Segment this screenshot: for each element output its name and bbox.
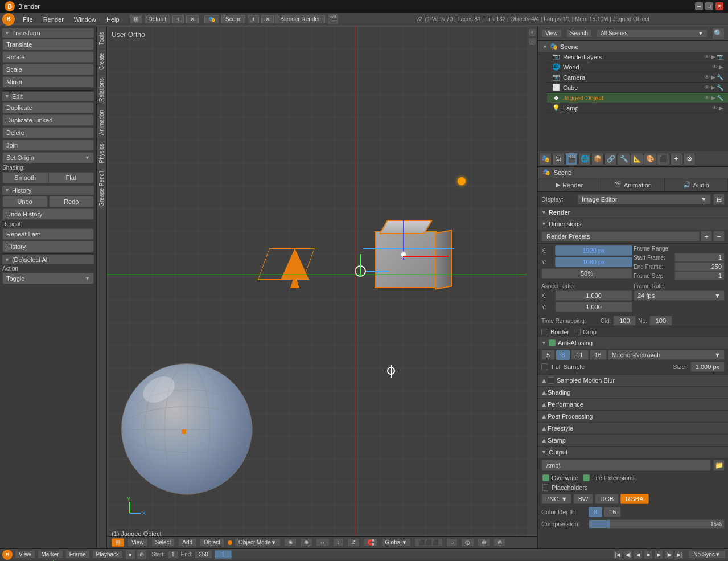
format-select[interactable]: PNG ▼ bbox=[541, 494, 571, 504]
shading-coll-header[interactable]: ▶ Shading bbox=[538, 387, 728, 398]
vp-zoom-in[interactable]: + bbox=[528, 28, 536, 36]
start-frame-value[interactable]: 1 bbox=[674, 253, 725, 262]
translate-button[interactable]: Translate bbox=[2, 39, 94, 50]
jagged-cam[interactable]: 🔧 bbox=[717, 95, 723, 101]
side-tab-animation[interactable]: Animation bbox=[97, 107, 106, 138]
props-icon-scene[interactable]: 🎭 bbox=[539, 153, 552, 165]
history-section-header[interactable]: ▼ History bbox=[2, 186, 94, 195]
vp-snap[interactable]: 🧲 bbox=[363, 538, 378, 547]
vp-select-menu[interactable]: Select bbox=[151, 538, 175, 547]
renderlayers-cam[interactable]: 📷 bbox=[717, 54, 723, 60]
camera-eye[interactable]: 👁 bbox=[704, 74, 710, 80]
history-select[interactable]: History bbox=[2, 241, 94, 252]
redo-button[interactable]: Redo bbox=[49, 196, 94, 207]
props-icon-texture[interactable]: ⬛ bbox=[657, 153, 669, 165]
minimize-button[interactable]: ─ bbox=[695, 2, 703, 10]
record-btn2[interactable]: ⊕ bbox=[137, 550, 147, 560]
render-section-title[interactable]: ▼ Render bbox=[538, 207, 728, 218]
side-tab-grease-pencil[interactable]: Grease Pencil bbox=[97, 167, 106, 210]
outliner-view-btn[interactable]: View bbox=[541, 29, 562, 38]
perf-header[interactable]: ▶ Performance bbox=[538, 399, 728, 410]
vp-pivot2[interactable]: ⊕ bbox=[300, 538, 312, 547]
vp-add-menu[interactable]: Add bbox=[178, 538, 196, 547]
output-header[interactable]: ▼ Output bbox=[538, 447, 728, 458]
outliner-search-icon[interactable]: 🔍 bbox=[712, 28, 725, 39]
scene-label[interactable]: ▼ 🎭 Scene bbox=[538, 41, 728, 52]
join-button[interactable]: Join bbox=[2, 140, 94, 151]
record-btn[interactable]: ● bbox=[125, 550, 135, 560]
res-x-value[interactable]: 1920 px bbox=[555, 245, 632, 256]
jagged-eye[interactable]: 👁 bbox=[704, 95, 710, 101]
edit-section-header[interactable]: ▼ Edit bbox=[2, 92, 94, 101]
vp-proportional[interactable]: ○ bbox=[446, 538, 458, 547]
full-sample-check[interactable] bbox=[541, 363, 548, 370]
folder-icon[interactable]: 📁 bbox=[713, 460, 725, 471]
props-icon-modifier[interactable]: 🔧 bbox=[618, 153, 630, 165]
stamp-header[interactable]: ▶ Stamp bbox=[538, 435, 728, 446]
set-origin-select[interactable]: Set Origin ▼ bbox=[2, 152, 94, 163]
vp-manip[interactable]: ↔ bbox=[316, 538, 330, 547]
tl-playback-btn[interactable]: Playback bbox=[92, 550, 124, 559]
compression-bar[interactable]: 15% bbox=[589, 519, 725, 529]
scene-close-btn[interactable]: ✕ bbox=[261, 15, 274, 23]
undo-button[interactable]: Undo bbox=[2, 196, 48, 207]
border-check[interactable] bbox=[541, 329, 548, 335]
aa-btn-16[interactable]: 16 bbox=[590, 350, 607, 360]
layout-close-btn[interactable]: ✕ bbox=[186, 15, 199, 23]
aa-btn-11[interactable]: 11 bbox=[571, 350, 588, 360]
cube-eye[interactable]: 👁 bbox=[704, 84, 710, 91]
aspect-x-value[interactable]: 1.000 bbox=[555, 290, 632, 301]
smooth-button[interactable]: Smooth bbox=[2, 172, 48, 183]
render-tab-audio[interactable]: 🔊 Audio bbox=[665, 178, 728, 191]
play-back-btn[interactable]: ◀ bbox=[634, 550, 643, 559]
motion-blur-check[interactable] bbox=[548, 377, 554, 384]
vp-object-menu[interactable]: Object bbox=[200, 538, 224, 547]
flat-button[interactable]: Flat bbox=[48, 172, 94, 183]
rgb-btn[interactable]: RGB bbox=[595, 494, 619, 504]
aa-enabled-check[interactable] bbox=[549, 339, 556, 346]
lamp-eye[interactable]: 👁 bbox=[712, 105, 718, 111]
current-frame[interactable]: 1 bbox=[215, 550, 232, 559]
color-depth-8[interactable]: 8 bbox=[589, 507, 602, 517]
jump-start-btn[interactable]: |◀ bbox=[613, 550, 622, 559]
outliner-item-cube[interactable]: ⬜ Cube 👁 ▶ 🔧 bbox=[547, 83, 728, 93]
renderlayers-render[interactable]: ▶ bbox=[711, 54, 715, 60]
end-frame-value[interactable]: 250 bbox=[674, 262, 725, 271]
transform-section-header[interactable]: ▼ Transform bbox=[2, 28, 94, 38]
world-eye[interactable]: 👁 bbox=[712, 64, 718, 70]
scale-button[interactable]: Scale bbox=[2, 64, 94, 75]
toggle-select[interactable]: Toggle ▼ bbox=[2, 273, 94, 284]
display-value-select[interactable]: Image Editor ▼ bbox=[578, 194, 711, 204]
scene-add-btn[interactable]: + bbox=[248, 15, 259, 23]
next-keyframe-btn[interactable]: |▶ bbox=[664, 550, 673, 559]
outliner-item-jagged[interactable]: ◆ Jagged Object 👁 ▶ 🔧 bbox=[547, 93, 728, 103]
props-icon-particles[interactable]: ✦ bbox=[670, 153, 682, 165]
object-mode-select[interactable]: Object Mode ▼ bbox=[228, 538, 281, 547]
output-path-field[interactable]: /tmp\ bbox=[541, 460, 711, 471]
undo-history-button[interactable]: Undo History bbox=[2, 208, 94, 220]
new-value[interactable]: 100 bbox=[649, 316, 672, 326]
outliner-item-world[interactable]: 🌐 World 👁 ▶ bbox=[547, 62, 728, 72]
all-scenes-select[interactable]: All Scenes ▼ bbox=[597, 29, 708, 38]
presets-field[interactable]: Render Presets bbox=[541, 231, 700, 241]
aspect-y-value[interactable]: 1.000 bbox=[555, 302, 632, 312]
props-icon-render[interactable]: 🎬 bbox=[565, 153, 578, 165]
outliner-item-camera[interactable]: 📷 Camera 👁 ▶ 🔧 bbox=[547, 72, 728, 83]
side-tab-tools[interactable]: Tools bbox=[97, 28, 106, 48]
aa-btn-5[interactable]: 5 bbox=[541, 350, 555, 360]
delete-button[interactable]: Delete bbox=[2, 127, 94, 138]
outliner-item-lamp[interactable]: 💡 Lamp 👁 ▶ bbox=[547, 103, 728, 113]
menu-file[interactable]: File bbox=[18, 15, 38, 24]
bw-btn[interactable]: BW bbox=[573, 494, 594, 504]
no-sync-select[interactable]: No Sync▼ bbox=[688, 550, 726, 559]
vp-layer-btns[interactable]: ⬛⬛⬛ bbox=[414, 538, 443, 547]
scene-icon-btn[interactable]: 🎭 bbox=[204, 15, 219, 23]
mirror-button[interactable]: Mirror bbox=[2, 76, 94, 88]
rotate-button[interactable]: Rotate bbox=[2, 51, 94, 63]
props-icon-material[interactable]: 🎨 bbox=[644, 153, 656, 165]
props-icon-constraints[interactable]: 🔗 bbox=[604, 153, 617, 165]
fps-select[interactable]: 24 fps ▼ bbox=[634, 290, 725, 301]
layout-name-btn[interactable]: Default bbox=[145, 15, 171, 23]
repeat-last-select[interactable]: Repeat Last bbox=[2, 228, 94, 240]
render-engine-select[interactable]: Blender Render bbox=[275, 15, 325, 23]
